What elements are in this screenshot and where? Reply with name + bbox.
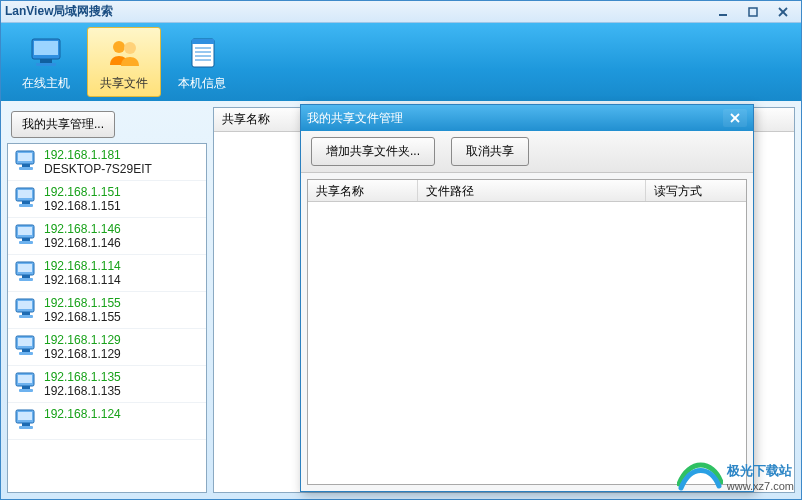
share-list-content bbox=[308, 202, 746, 484]
svg-rect-38 bbox=[22, 349, 30, 352]
svg-rect-31 bbox=[19, 278, 33, 281]
svg-rect-33 bbox=[18, 301, 32, 309]
toolbar-online-hosts[interactable]: 在线主机 bbox=[9, 27, 83, 97]
svg-rect-23 bbox=[19, 204, 33, 207]
window-title: LanView局域网搜索 bbox=[5, 3, 113, 20]
svg-rect-6 bbox=[40, 59, 52, 63]
host-name: 192.168.1.151 bbox=[44, 199, 121, 213]
share-mgmt-dialog: 我的共享文件管理 增加共享文件夹... 取消共享 共享名称 文件路径 读写方式 bbox=[300, 104, 754, 492]
host-ip: 192.168.1.114 bbox=[44, 259, 121, 273]
svg-rect-35 bbox=[19, 315, 33, 318]
toolbar-label: 本机信息 bbox=[178, 75, 226, 92]
column-share-name: 共享名称 bbox=[222, 111, 270, 128]
share-list-header[interactable]: 共享名称 文件路径 读写方式 bbox=[308, 180, 746, 202]
host-item[interactable]: 192.168.1.151192.168.1.151 bbox=[8, 181, 206, 218]
host-ip: 192.168.1.124 bbox=[44, 407, 121, 421]
svg-rect-18 bbox=[22, 164, 30, 167]
host-ip: 192.168.1.135 bbox=[44, 370, 121, 384]
host-ip: 192.168.1.151 bbox=[44, 185, 121, 199]
svg-rect-47 bbox=[19, 426, 33, 429]
remove-share-button[interactable]: 取消共享 bbox=[451, 137, 529, 166]
svg-rect-34 bbox=[22, 312, 30, 315]
svg-rect-30 bbox=[22, 275, 30, 278]
svg-point-8 bbox=[113, 41, 125, 53]
svg-rect-5 bbox=[34, 41, 58, 55]
host-name: 192.168.1.135 bbox=[44, 384, 121, 398]
toolbar-local-info[interactable]: 本机信息 bbox=[165, 27, 239, 97]
titlebar[interactable]: LanView局域网搜索 bbox=[1, 1, 801, 23]
main-toolbar: 在线主机 共享文件 bbox=[1, 23, 801, 101]
host-item[interactable]: 192.168.1.114192.168.1.114 bbox=[8, 255, 206, 292]
host-name: 192.168.1.114 bbox=[44, 273, 121, 287]
svg-rect-46 bbox=[22, 423, 30, 426]
svg-rect-19 bbox=[19, 167, 33, 170]
left-pane: 我的共享管理... 192.168.1.181DESKTOP-7S29EIT19… bbox=[7, 107, 207, 493]
host-item[interactable]: 192.168.1.135192.168.1.135 bbox=[8, 366, 206, 403]
host-item[interactable]: 192.168.1.124 bbox=[8, 403, 206, 440]
computer-icon bbox=[14, 333, 38, 361]
dialog-toolbar: 增加共享文件夹... 取消共享 bbox=[301, 131, 753, 173]
computer-icon bbox=[14, 296, 38, 324]
svg-rect-42 bbox=[22, 386, 30, 389]
svg-rect-7 bbox=[36, 63, 56, 66]
host-ip: 192.168.1.129 bbox=[44, 333, 121, 347]
svg-point-9 bbox=[124, 42, 136, 54]
svg-rect-29 bbox=[18, 264, 32, 272]
close-button[interactable] bbox=[769, 4, 797, 20]
host-name: 192.168.1.129 bbox=[44, 347, 121, 361]
add-share-folder-button[interactable]: 增加共享文件夹... bbox=[311, 137, 435, 166]
svg-rect-17 bbox=[18, 153, 32, 161]
column-share-name[interactable]: 共享名称 bbox=[308, 180, 418, 201]
toolbar-label: 在线主机 bbox=[22, 75, 70, 92]
column-rw-mode[interactable]: 读写方式 bbox=[646, 180, 746, 201]
host-item[interactable]: 192.168.1.181DESKTOP-7S29EIT bbox=[8, 144, 206, 181]
svg-rect-39 bbox=[19, 352, 33, 355]
host-item[interactable]: 192.168.1.155192.168.1.155 bbox=[8, 292, 206, 329]
host-item[interactable]: 192.168.1.129192.168.1.129 bbox=[8, 329, 206, 366]
svg-rect-1 bbox=[749, 8, 757, 16]
host-name: DESKTOP-7S29EIT bbox=[44, 162, 152, 176]
svg-rect-22 bbox=[22, 201, 30, 204]
host-item[interactable]: 192.168.1.146192.168.1.146 bbox=[8, 218, 206, 255]
svg-rect-37 bbox=[18, 338, 32, 346]
minimize-button[interactable] bbox=[709, 4, 737, 20]
host-name: 192.168.1.146 bbox=[44, 236, 121, 250]
watermark: 极光下载站 www.xz7.com bbox=[677, 462, 794, 492]
computer-icon bbox=[14, 259, 38, 287]
host-ip: 192.168.1.155 bbox=[44, 296, 121, 310]
svg-rect-45 bbox=[18, 412, 32, 420]
notepad-icon bbox=[182, 33, 222, 73]
dialog-titlebar[interactable]: 我的共享文件管理 bbox=[301, 105, 753, 131]
computer-icon bbox=[14, 370, 38, 398]
share-list[interactable]: 共享名称 文件路径 读写方式 bbox=[307, 179, 747, 485]
host-ip: 192.168.1.181 bbox=[44, 148, 152, 162]
toolbar-label: 共享文件 bbox=[100, 75, 148, 92]
computer-icon bbox=[14, 148, 38, 176]
svg-rect-27 bbox=[19, 241, 33, 244]
dialog-close-button[interactable] bbox=[723, 109, 747, 127]
host-name: 192.168.1.155 bbox=[44, 310, 121, 324]
host-list[interactable]: 192.168.1.181DESKTOP-7S29EIT192.168.1.15… bbox=[7, 143, 207, 493]
users-icon bbox=[104, 33, 144, 73]
computer-icon bbox=[14, 185, 38, 213]
svg-rect-11 bbox=[192, 39, 214, 44]
maximize-button[interactable] bbox=[739, 4, 767, 20]
watermark-name: 极光下载站 bbox=[727, 462, 794, 480]
column-file-path[interactable]: 文件路径 bbox=[418, 180, 646, 201]
computer-icon bbox=[14, 222, 38, 250]
svg-rect-25 bbox=[18, 227, 32, 235]
host-ip: 192.168.1.146 bbox=[44, 222, 121, 236]
my-share-mgmt-button[interactable]: 我的共享管理... bbox=[11, 111, 115, 138]
toolbar-shared-files[interactable]: 共享文件 bbox=[87, 27, 161, 97]
monitor-icon bbox=[26, 33, 66, 73]
svg-rect-43 bbox=[19, 389, 33, 392]
dialog-title: 我的共享文件管理 bbox=[307, 110, 403, 127]
watermark-url: www.xz7.com bbox=[727, 480, 794, 492]
svg-rect-21 bbox=[18, 190, 32, 198]
computer-icon bbox=[14, 407, 38, 435]
aurora-logo-icon bbox=[677, 462, 723, 492]
svg-rect-41 bbox=[18, 375, 32, 383]
svg-rect-26 bbox=[22, 238, 30, 241]
